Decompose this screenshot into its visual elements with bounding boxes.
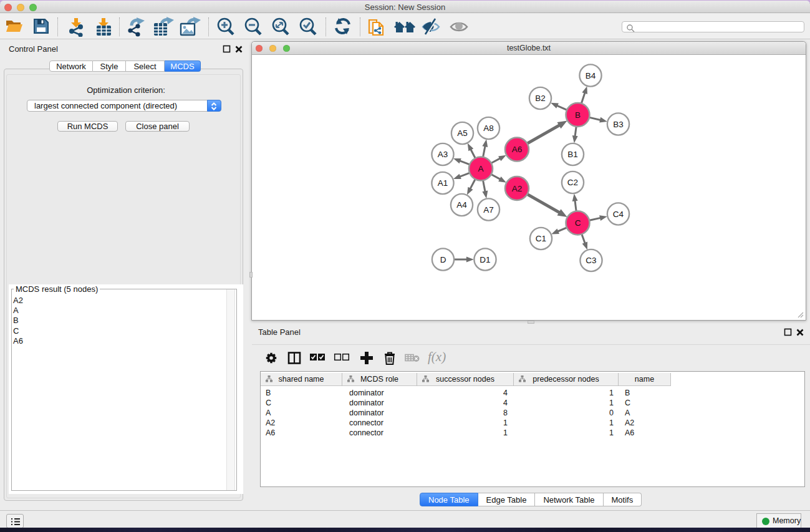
svg-text:A8: A8	[483, 123, 494, 133]
svg-text:A2: A2	[512, 184, 523, 193]
svg-text:C: C	[575, 218, 581, 228]
svg-text:A1: A1	[438, 178, 448, 188]
svg-text:C3: C3	[586, 256, 596, 265]
svg-text:B1: B1	[567, 150, 578, 159]
svg-text:D: D	[440, 255, 446, 264]
svg-text:A: A	[478, 164, 483, 173]
svg-text:B2: B2	[535, 94, 546, 103]
svg-text:A6: A6	[512, 145, 523, 154]
svg-text:B4: B4	[586, 71, 596, 80]
svg-text:A7: A7	[483, 205, 494, 215]
svg-text:B3: B3	[613, 120, 624, 129]
svg-text:D1: D1	[480, 255, 490, 264]
svg-text:C2: C2	[567, 178, 578, 187]
svg-text:A5: A5	[457, 128, 468, 138]
svg-text:C4: C4	[613, 210, 624, 219]
svg-text:C1: C1	[536, 234, 546, 243]
svg-text:B: B	[575, 110, 581, 120]
svg-text:A3: A3	[438, 150, 448, 159]
svg-text:A4: A4	[456, 200, 467, 210]
